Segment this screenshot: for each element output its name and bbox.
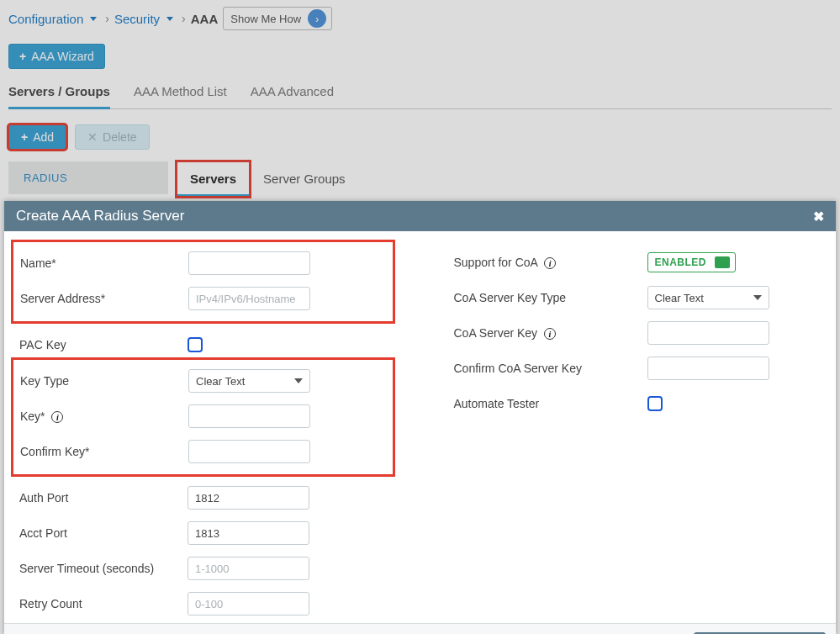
enabled-label: ENABLED [655,256,707,268]
modal-create-radius-server: Create AAA Radius Server ✖ Name* Server … [4,201,836,634]
tab-servers-groups[interactable]: Servers / Groups [8,81,110,109]
modal-footer: ↺ Cancel Apply to Device [4,623,836,634]
server-address-input[interactable] [188,287,310,310]
coa-key-type-value: Clear Text [655,292,704,304]
form-right-column: Support for CoA i ENABLED CoA Server Key… [387,246,822,623]
label-retry-count: Retry Count [19,597,188,610]
coa-key-input[interactable] [647,321,769,345]
form-left-column: Name* Server Address* PAC Key Key Type C… [19,246,387,623]
chevron-right-icon: › [105,12,109,25]
server-timeout-input[interactable] [188,557,309,580]
label-pac-key: PAC Key [19,338,188,351]
name-input[interactable] [188,251,310,275]
label-server-address: Server Address* [20,292,188,305]
chevron-right-icon: › [182,12,186,25]
page-content: Configuration › Security › AAA Show Me H… [0,0,840,197]
highlight-group-key: Key Type Clear Text Key* i Confirm Key* [11,357,395,477]
label-name: Name* [20,256,188,270]
add-button[interactable]: + Add [8,124,66,150]
label-acct-port: Acct Port [19,526,188,540]
delete-button[interactable]: ✕ Delete [75,124,149,150]
label-coa-key: CoA Server Key i [454,326,647,341]
left-nav-radius[interactable]: RADIUS [8,161,168,194]
breadcrumb: Configuration › Security › AAA Show Me H… [8,3,832,39]
add-label: Add [33,130,54,144]
info-icon[interactable]: i [544,328,556,340]
label-server-timeout: Server Timeout (seconds) [19,562,188,575]
breadcrumb-configuration[interactable]: Configuration [8,12,83,26]
label-support-coa: Support for CoA i [454,256,647,270]
content-row: RADIUS Servers Server Groups [8,161,832,197]
label-confirm-coa-key: Confirm CoA Server Key [454,362,647,375]
plus-icon: + [21,130,28,144]
chevron-down-icon [294,378,303,383]
acct-port-input[interactable] [188,521,309,545]
breadcrumb-security[interactable]: Security [114,12,160,26]
modal-body: Name* Server Address* PAC Key Key Type C… [4,231,836,623]
show-me-how-button[interactable]: Show Me How › [223,7,332,30]
left-nav: RADIUS [8,161,168,197]
support-coa-toggle[interactable]: ENABLED [647,252,737,272]
sub-tabs: Servers Server Groups [177,161,832,197]
modal-title: Create AAA Radius Server [16,208,184,225]
top-tabs: Servers / Groups AAA Method List AAA Adv… [8,81,832,109]
label-coa-key-type: CoA Server Key Type [454,291,647,304]
label-confirm-key: Confirm Key* [20,445,188,458]
aaa-wizard-button[interactable]: + AAA Wizard [8,44,105,69]
highlight-group-name-address: Name* Server Address* [11,240,395,324]
pac-key-checkbox[interactable] [188,337,203,352]
modal-header: Create AAA Radius Server ✖ [4,201,836,231]
info-icon[interactable]: i [51,411,63,423]
caret-down-icon [90,17,97,21]
plus-icon: + [19,50,26,63]
auth-port-input[interactable] [188,486,309,510]
label-automate-tester: Automate Tester [454,397,647,410]
arrow-right-icon: › [308,9,326,28]
sub-tab-server-groups[interactable]: Server Groups [250,161,359,197]
key-input[interactable] [188,404,310,428]
caret-down-icon [166,17,173,21]
confirm-key-input[interactable] [188,440,310,463]
key-type-select[interactable]: Clear Text [188,369,310,393]
tab-advanced[interactable]: AAA Advanced [251,81,334,108]
close-icon[interactable]: ✖ [813,209,824,225]
label-auth-port: Auth Port [19,491,188,505]
label-key: Key* i [20,409,188,424]
right-area: Servers Server Groups [168,161,832,197]
retry-count-input[interactable] [188,592,309,616]
sub-tab-servers[interactable]: Servers [177,161,250,197]
confirm-coa-key-input[interactable] [647,357,769,380]
aaa-wizard-label: AAA Wizard [31,50,94,63]
chevron-down-icon [753,295,762,300]
show-me-how-label: Show Me How [230,13,301,25]
key-type-value: Clear Text [196,375,245,388]
automate-tester-checkbox[interactable] [647,396,663,411]
close-icon: ✕ [87,130,98,144]
toggle-switch-icon [715,256,730,268]
coa-key-type-select[interactable]: Clear Text [647,286,769,309]
info-icon[interactable]: i [544,257,556,269]
breadcrumb-aaa: AAA [191,12,219,26]
label-key-type: Key Type [20,374,188,388]
tab-method-list[interactable]: AAA Method List [134,81,227,108]
toolbar: + Add ✕ Delete [8,124,832,150]
delete-label: Delete [103,130,136,144]
